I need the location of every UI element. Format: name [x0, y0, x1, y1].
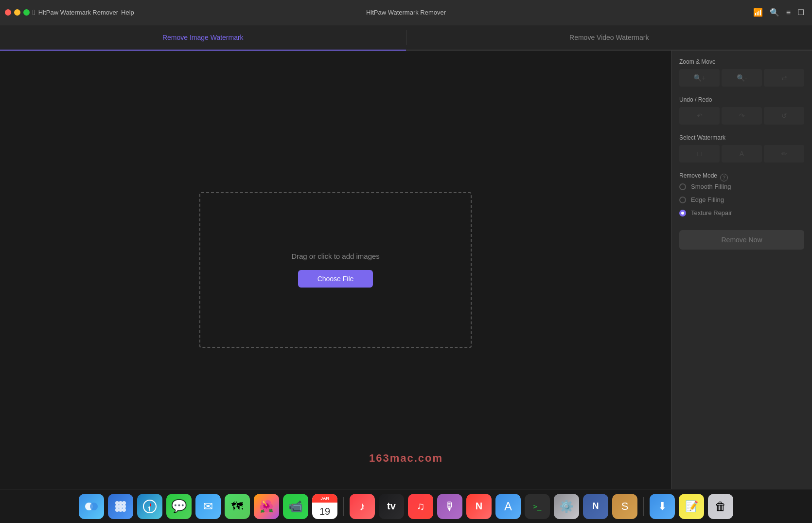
dock-nordvpn[interactable]: N	[583, 494, 608, 519]
app-title: HitPaw Watermark Remover	[366, 9, 446, 16]
tab-remove-video[interactable]: Remove Video Watermark	[406, 25, 812, 51]
redo-button[interactable]: ↷	[722, 107, 762, 125]
smooth-filling-label: Smooth Filling	[691, 183, 731, 190]
search-icon[interactable]: 🔍	[770, 8, 779, 17]
help-menu-item[interactable]: Help	[121, 9, 134, 16]
apple-menu[interactable]: 	[33, 8, 35, 17]
text-select-button[interactable]: A	[722, 145, 762, 162]
edge-filling-label: Edge Filling	[691, 196, 724, 203]
svg-point-8	[115, 508, 119, 512]
dock-appletv[interactable]: tv	[379, 494, 404, 519]
remove-now-button[interactable]: Remove Now	[679, 230, 804, 250]
smooth-filling-radio[interactable]	[679, 183, 686, 190]
minimize-button[interactable]	[14, 9, 20, 16]
svg-point-5	[115, 505, 119, 508]
dock-facetime[interactable]: 📹	[283, 494, 308, 519]
svg-point-2	[115, 501, 119, 505]
tab-remove-image[interactable]: Remove Image Watermark	[0, 25, 406, 51]
svg-point-6	[119, 505, 123, 508]
dock-system-preferences[interactable]: ⚙️	[554, 494, 579, 519]
dock-scrivener[interactable]: S	[612, 494, 637, 519]
dock-mail[interactable]: ✉	[195, 494, 221, 519]
titlebar-controls:  HitPaw Watermark Remover Help	[5, 8, 134, 17]
dock-trash[interactable]: 🗑	[708, 494, 733, 519]
tab-bar: Remove Image Watermark Remove Video Wate…	[0, 25, 812, 51]
dock-messages[interactable]: 💬	[166, 494, 192, 519]
undo-redo-section: Undo / Redo ↶ ↷ ↺	[679, 96, 804, 125]
select-watermark-tools: □ A ✏	[679, 145, 804, 162]
dock-maps[interactable]: 🗺	[225, 494, 250, 519]
remove-mode-section: Remove Mode ? Smooth Filling Edge Fillin…	[679, 172, 804, 216]
help-icon[interactable]: ?	[720, 174, 728, 181]
titlebar-right-icons: 📶 🔍 ≡ ☐	[753, 8, 804, 17]
brush-select-button[interactable]: ✏	[764, 145, 804, 162]
select-watermark-label: Select Watermark	[679, 134, 804, 141]
rect-select-button[interactable]: □	[679, 145, 720, 162]
svg-point-3	[119, 501, 123, 505]
reset-button[interactable]: ↺	[764, 107, 804, 125]
dock-downloads[interactable]: ⬇	[650, 494, 675, 519]
texture-repair-label: Texture Repair	[691, 209, 732, 216]
dock-finder[interactable]	[79, 494, 104, 519]
dock-itunes[interactable]: ♪	[350, 494, 375, 519]
drop-zone-text: Drag or click to add images	[291, 252, 380, 260]
dock-podcasts[interactable]: 🎙	[437, 494, 462, 519]
move-button[interactable]: ⇄	[764, 69, 804, 87]
dock-photos[interactable]: 🌺	[254, 494, 279, 519]
canvas-area[interactable]: Drag or click to add images Choose File	[0, 51, 671, 489]
dock-separator-2	[643, 497, 644, 516]
texture-repair-option[interactable]: Texture Repair	[679, 209, 804, 216]
zoom-in-button[interactable]: 🔍+	[679, 69, 720, 87]
drop-zone[interactable]: Drag or click to add images Choose File	[199, 192, 472, 348]
zoom-move-label: Zoom & Move	[679, 58, 804, 65]
dock-separator-1	[343, 497, 344, 516]
fullscreen-icon[interactable]: ☐	[797, 8, 804, 17]
app-menu-item[interactable]: HitPaw Watermark Remover	[38, 9, 118, 16]
choose-file-button[interactable]: Choose File	[298, 270, 373, 288]
wifi-icon: 📶	[753, 8, 763, 17]
dock-terminal[interactable]: >_	[525, 494, 550, 519]
select-watermark-section: Select Watermark □ A ✏	[679, 134, 804, 162]
dock-appstore[interactable]: A	[495, 494, 521, 519]
calendar-day: 19	[319, 506, 330, 517]
remove-mode-header: Remove Mode ?	[679, 172, 804, 183]
svg-point-1	[90, 503, 98, 510]
dock-music[interactable]: ♫	[408, 494, 433, 519]
texture-repair-radio[interactable]	[679, 210, 686, 216]
zoom-move-section: Zoom & Move 🔍+ 🔍- ⇄	[679, 58, 804, 87]
dock: 💬 ✉ 🗺 🌺 📹 JAN 19 ♪ tv ♫ 🎙 N A	[0, 489, 812, 523]
dock-notes[interactable]: 📝	[679, 494, 704, 519]
zoom-move-tools: 🔍+ 🔍- ⇄	[679, 69, 804, 87]
dock-news[interactable]: N	[466, 494, 492, 519]
svg-point-9	[119, 508, 123, 512]
control-center-icon[interactable]: ≡	[786, 8, 791, 17]
calendar-month: JAN	[312, 494, 337, 503]
dock-calendar[interactable]: JAN 19	[312, 494, 337, 519]
svg-marker-12	[150, 501, 151, 506]
remove-mode-label: Remove Mode	[679, 172, 717, 179]
right-panel: Zoom & Move 🔍+ 🔍- ⇄ Undo / Redo ↶ ↷ ↺ Se…	[671, 51, 812, 489]
dock-safari[interactable]	[137, 494, 162, 519]
close-button[interactable]	[5, 9, 11, 16]
remove-mode-options: Smooth Filling Edge Filling Texture Repa…	[679, 183, 804, 216]
svg-marker-13	[148, 506, 150, 512]
undo-button[interactable]: ↶	[679, 107, 720, 125]
smooth-filling-option[interactable]: Smooth Filling	[679, 183, 804, 190]
titlebar:  HitPaw Watermark Remover Help HitPaw W…	[0, 0, 812, 25]
svg-point-4	[122, 501, 126, 505]
maximize-button[interactable]	[23, 9, 30, 16]
edge-filling-radio[interactable]	[679, 197, 686, 203]
undo-redo-label: Undo / Redo	[679, 96, 804, 103]
svg-point-7	[122, 505, 126, 508]
main-layout: Drag or click to add images Choose File …	[0, 51, 812, 489]
dock-launchpad[interactable]	[108, 494, 133, 519]
svg-point-10	[122, 508, 126, 512]
undo-redo-tools: ↶ ↷ ↺	[679, 107, 804, 125]
edge-filling-option[interactable]: Edge Filling	[679, 196, 804, 203]
zoom-out-button[interactable]: 🔍-	[722, 69, 762, 87]
